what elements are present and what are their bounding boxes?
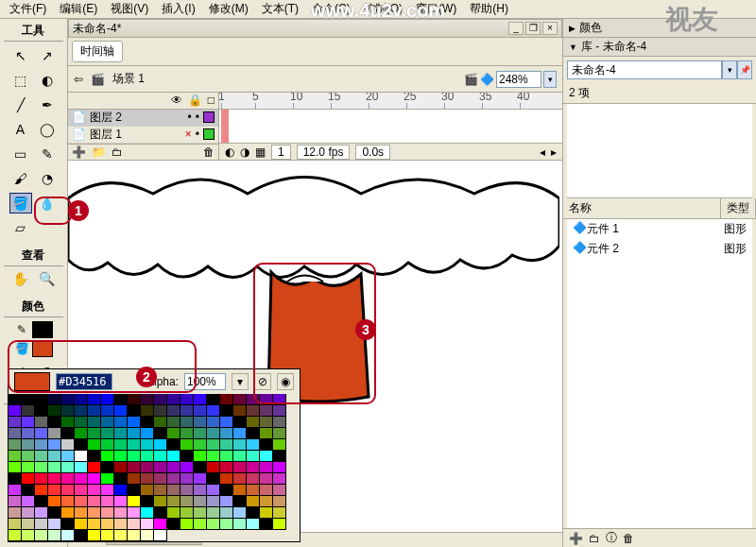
color-cell[interactable] — [114, 519, 128, 530]
color-cell[interactable] — [114, 439, 128, 451]
color-cell[interactable] — [75, 405, 88, 417]
color-cell[interactable] — [88, 439, 101, 451]
menu-help[interactable]: 帮助(H) — [464, 0, 514, 19]
color-cell[interactable] — [88, 428, 101, 439]
color-cell[interactable] — [220, 485, 233, 496]
color-cell[interactable] — [247, 462, 260, 473]
color-cell[interactable] — [9, 439, 22, 451]
color-cell[interactable] — [35, 428, 48, 439]
close-button[interactable]: × — [542, 22, 558, 35]
color-cell[interactable] — [141, 462, 154, 473]
color-cell[interactable] — [233, 405, 247, 417]
color-cell[interactable] — [247, 417, 260, 428]
color-cell[interactable] — [180, 405, 194, 417]
color-cell[interactable] — [194, 451, 207, 462]
color-cell[interactable] — [9, 496, 22, 507]
new-symbol-button[interactable]: ➕ — [569, 532, 583, 545]
color-cell[interactable] — [273, 507, 286, 519]
color-cell[interactable] — [75, 496, 88, 507]
color-cell[interactable] — [233, 428, 247, 439]
color-cell[interactable] — [180, 462, 194, 473]
color-cell[interactable] — [22, 428, 35, 439]
color-cell[interactable] — [48, 428, 61, 439]
hex-input[interactable] — [56, 373, 112, 390]
color-cell[interactable] — [154, 473, 167, 485]
color-cell[interactable] — [141, 473, 154, 485]
alpha-input[interactable] — [184, 373, 226, 390]
color-cell[interactable] — [233, 485, 247, 496]
color-cell[interactable] — [233, 394, 247, 405]
color-cell[interactable] — [233, 473, 247, 485]
color-cell[interactable] — [48, 462, 61, 473]
color-cell[interactable] — [88, 485, 101, 496]
color-swatch-grid[interactable] — [9, 394, 300, 541]
minimize-button[interactable]: _ — [508, 22, 524, 35]
color-cell[interactable] — [247, 485, 260, 496]
zoom-input[interactable] — [496, 71, 541, 88]
color-cell[interactable] — [180, 417, 194, 428]
color-cell[interactable] — [141, 417, 154, 428]
color-cell[interactable] — [61, 530, 75, 541]
color-cell[interactable] — [273, 485, 286, 496]
color-cell[interactable] — [114, 417, 128, 428]
color-cell[interactable] — [114, 496, 128, 507]
color-cell[interactable] — [88, 519, 101, 530]
menu-insert[interactable]: 插入(I) — [156, 0, 200, 19]
color-cell[interactable] — [154, 417, 167, 428]
color-cell[interactable] — [273, 496, 286, 507]
color-cell[interactable] — [48, 394, 61, 405]
color-cell[interactable] — [141, 439, 154, 451]
color-cell[interactable] — [114, 473, 128, 485]
color-cell[interactable] — [167, 417, 180, 428]
color-cell[interactable] — [167, 394, 180, 405]
color-cell[interactable] — [101, 485, 114, 496]
col-name[interactable]: 名称 — [563, 198, 721, 218]
color-cell[interactable] — [22, 485, 35, 496]
color-cell[interactable] — [167, 428, 180, 439]
color-cell[interactable] — [141, 394, 154, 405]
selection-tool[interactable]: ↖ — [9, 45, 32, 66]
color-cell[interactable] — [48, 507, 61, 519]
lock-column-icon[interactable]: 🔒 — [188, 94, 202, 107]
color-cell[interactable] — [207, 473, 220, 485]
color-cell[interactable] — [260, 394, 273, 405]
color-cell[interactable] — [180, 507, 194, 519]
menu-text[interactable]: 文本(T) — [256, 0, 304, 19]
color-cell[interactable] — [233, 496, 247, 507]
color-cell[interactable] — [61, 394, 75, 405]
color-cell[interactable] — [128, 462, 141, 473]
playhead[interactable] — [221, 110, 229, 143]
color-wheel-button[interactable]: ◉ — [277, 373, 294, 390]
library-doc-dropdown[interactable]: ▾ — [722, 60, 737, 79]
color-cell[interactable] — [273, 462, 286, 473]
color-cell[interactable] — [9, 485, 22, 496]
color-cell[interactable] — [220, 417, 233, 428]
menu-edit[interactable]: 编辑(E) — [54, 0, 103, 19]
color-cell[interactable] — [220, 496, 233, 507]
color-cell[interactable] — [75, 530, 88, 541]
color-cell[interactable] — [22, 394, 35, 405]
color-cell[interactable] — [220, 428, 233, 439]
color-cell[interactable] — [88, 451, 101, 462]
scene-label[interactable]: 场景 1 — [112, 71, 145, 87]
color-cell[interactable] — [75, 439, 88, 451]
menu-control[interactable]: 控制(O) — [358, 0, 408, 19]
color-cell[interactable] — [194, 473, 207, 485]
color-cell[interactable] — [194, 519, 207, 530]
color-cell[interactable] — [180, 473, 194, 485]
oval-tool[interactable]: ◯ — [36, 119, 59, 140]
color-cell[interactable] — [180, 451, 194, 462]
color-cell[interactable] — [88, 530, 101, 541]
color-cell[interactable] — [75, 462, 88, 473]
color-cell[interactable] — [260, 519, 273, 530]
color-cell[interactable] — [75, 428, 88, 439]
properties-button[interactable]: ⓘ — [606, 530, 617, 546]
color-cell[interactable] — [141, 507, 154, 519]
color-cell[interactable] — [61, 507, 75, 519]
col-type[interactable]: 类型 — [721, 198, 756, 218]
layer-color-swatch[interactable] — [203, 128, 215, 140]
color-cell[interactable] — [88, 462, 101, 473]
color-cell[interactable] — [260, 439, 273, 451]
color-cell[interactable] — [141, 519, 154, 530]
color-cell[interactable] — [167, 439, 180, 451]
